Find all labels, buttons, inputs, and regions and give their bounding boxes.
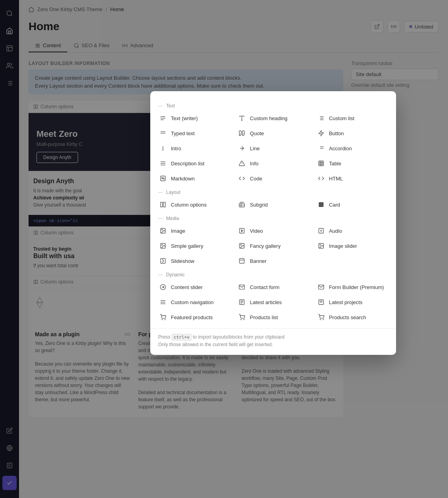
modal-item-custom-list[interactable]: Custom list [313,111,391,125]
modal-item-table[interactable]: Table [313,156,391,170]
code-icon [238,174,246,182]
modal-item-custom-navigation-label: Custom navigation [171,299,214,305]
image-icon [159,227,167,235]
modal-item-custom-navigation[interactable]: Custom navigation [155,295,233,309]
modal-item-latest-articles[interactable]: Latest articles [234,295,312,309]
svg-point-83 [241,319,241,320]
modal-item-subgrid[interactable]: Subgrid [234,197,312,212]
line-icon [238,144,246,152]
modal-item-slideshow-label: Slideshow [171,258,194,264]
modal-item-table-label: Table [329,161,341,167]
audio-icon [317,227,325,235]
featured-products-icon [159,313,167,321]
modal-item-content-slider-label: Content slider [171,284,203,290]
modal-item-products-search[interactable]: Products search [313,310,391,324]
modal-item-column-options[interactable]: Column options [155,197,233,212]
modal-section-dynamic-label: Dynamic [166,272,185,278]
modal-item-code[interactable]: Code [234,171,312,186]
custom-list-icon [317,114,325,122]
modal-item-products-list[interactable]: Products list [234,310,312,324]
modal-item-fancy-gallery[interactable]: Fancy gallery [234,239,312,253]
description-list-icon [159,159,167,167]
info-icon [238,159,246,167]
modal-item-html[interactable]: HTML [313,171,391,186]
modal-item-card[interactable]: Card [313,197,391,212]
modal-item-markdown[interactable]: Markdown [155,171,233,186]
modal-item-accordion[interactable]: Accordion [313,141,391,155]
modal-section-layout-label: Layout [166,190,180,195]
content-slider-icon [159,283,167,291]
modal-item-products-search-label: Products search [329,314,366,320]
modal-item-latest-projects-label: Latest projects [329,299,363,305]
button-icon [317,129,325,137]
form-builder-icon [317,283,325,291]
modal-item-content-slider[interactable]: Content slider [155,280,233,294]
svg-point-82 [165,319,165,320]
modal-item-info[interactable]: Info [234,156,312,170]
modal-footer-text2: to import layouts/blocks from your clipb… [193,334,284,340]
card-icon [317,201,325,209]
contact-form-icon [238,283,246,291]
modal-footer: Press ctrl+v to import layouts/blocks fr… [150,328,396,349]
fancy-gallery-icon [238,242,246,250]
modal-item-form-builder-label: Form Builder (Premium) [329,284,384,290]
modal-item-banner[interactable]: Banner [234,254,312,268]
modal-item-audio[interactable]: Audio [313,224,391,238]
modal-item-intro-label: Intro [171,146,181,151]
modal-item-typed-text-label: Typed text [171,130,195,136]
svg-point-58 [162,230,163,230]
svg-marker-60 [241,230,243,232]
svg-rect-52 [163,202,165,207]
modal-text-grid: Text (writer) Custom heading Custom list [150,111,396,186]
modal-item-code-label: Code [250,176,262,182]
modal-dynamic-grid: Content slider Contact form Form Builder… [150,280,396,324]
svg-point-85 [320,319,320,320]
modal-item-line[interactable]: Line [234,141,312,155]
svg-point-65 [241,245,241,245]
modal-footer-text3: Only those allowed in the current field … [158,342,273,347]
modal-item-text-writer-label: Text (writer) [171,115,198,121]
slideshow-icon [159,257,167,265]
modal-item-text-writer[interactable]: Text (writer) [155,111,233,125]
modal-item-latest-articles-label: Latest articles [250,299,281,305]
svg-point-86 [323,319,323,320]
modal-media-grid: Image Video Audio Simpl [150,224,396,268]
svg-rect-51 [161,202,163,207]
modal-section-text-label: Text [166,103,175,109]
modal-item-intro[interactable]: Intro [155,141,233,155]
custom-navigation-icon [159,298,167,306]
banner-icon [238,257,246,265]
modal-item-form-builder[interactable]: Form Builder (Premium) [313,280,391,294]
modal-item-video[interactable]: Video [234,224,312,238]
image-slider-icon [317,242,325,250]
modal-item-html-label: HTML [329,176,343,182]
modal-item-description-list[interactable]: Description list [155,156,233,170]
accordion-icon [317,144,325,152]
modal-item-products-list-label: Products list [250,314,278,320]
modal-item-simple-gallery-label: Simple gallery [171,243,203,249]
modal-item-button[interactable]: Button [313,126,391,140]
modal-item-latest-projects[interactable]: Latest projects [313,295,391,309]
modal-item-slideshow[interactable]: Slideshow [155,254,233,268]
modal-section-text-header: Text [150,99,396,111]
table-icon [317,159,325,167]
subgrid-icon [238,201,246,209]
modal-item-quote[interactable]: Quote [234,126,312,140]
modal-item-typed-text[interactable]: Typed text [155,126,233,140]
modal-item-featured-products[interactable]: Featured products [155,310,233,324]
modal-item-column-options-label: Column options [171,202,207,208]
modal-item-image-slider[interactable]: Image slider [313,239,391,253]
latest-projects-icon [317,298,325,306]
modal-item-image[interactable]: Image [155,224,233,238]
modal-item-video-label: Video [250,228,263,234]
modal-item-custom-heading[interactable]: Custom heading [234,111,312,125]
modal-item-contact-form[interactable]: Contact form [234,280,312,294]
svg-point-84 [244,319,244,320]
svg-point-67 [320,245,320,245]
modal-section-dynamic-header: Dynamic [150,268,396,280]
modal-item-line-label: Line [250,146,260,151]
modal-item-simple-gallery[interactable]: Simple gallery [155,239,233,253]
html-icon [317,174,325,182]
modal-item-custom-heading-label: Custom heading [250,115,287,121]
modal-item-accordion-label: Accordion [329,146,352,151]
